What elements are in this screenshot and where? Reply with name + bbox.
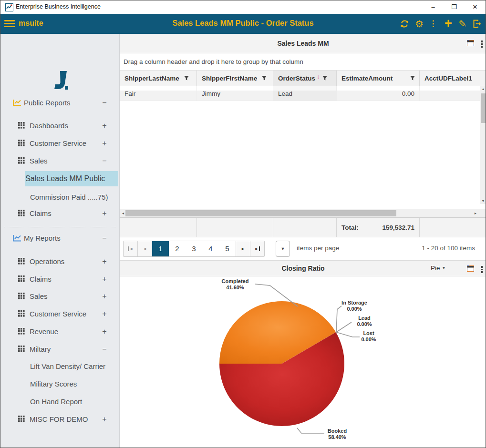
last-page-button[interactable]: ► (250, 241, 264, 256)
grid-icon (18, 210, 25, 216)
scroll-up-icon[interactable]: ▲ (480, 86, 486, 92)
maximize-button[interactable]: ❒ (444, 0, 465, 14)
grid-rows: WelchBrianLost0.00 ClercAlexLost0.00 She… (120, 86, 480, 209)
grid-icon (18, 140, 25, 146)
expand-toggle[interactable]: + (100, 206, 109, 221)
column-header-acctudflabel1[interactable]: AcctUDFLabel1 (420, 71, 486, 86)
grid-vertical-scrollbar[interactable]: ▲ ▼ (480, 86, 486, 204)
grid-icon (18, 275, 25, 282)
page-button-4[interactable]: 4 (202, 241, 219, 256)
chevron-down-icon: ▼ (442, 266, 446, 270)
app-header-bar: msuite Sales Leads MM Public - Order Sta… (0, 14, 486, 34)
sidebar-item-operations[interactable]: Operations + (0, 255, 120, 269)
more-options-kebab-icon[interactable]: ⋮ (427, 18, 439, 30)
page-button-3[interactable]: 3 (186, 241, 202, 256)
sidebar-item-lift-van-density-carrier[interactable]: Lift Van Density/ Carrier (0, 359, 120, 374)
logout-icon[interactable] (472, 18, 483, 30)
grid-icon (18, 293, 25, 299)
group-by-drop-zone[interactable]: Drag a column header and drop it here to… (120, 53, 486, 71)
add-icon[interactable]: + (443, 18, 454, 30)
grid-icon (18, 310, 25, 317)
filter-icon[interactable] (184, 75, 189, 81)
sidebar-item-claims-my[interactable]: Claims + (0, 272, 120, 286)
column-header-shipperlastname[interactable]: ShipperLastName (120, 71, 197, 86)
chart-panel-kebab-icon[interactable] (480, 265, 484, 274)
sidebar-item-my-reports[interactable]: My Reports − (0, 231, 120, 245)
grid-horizontal-scrollbar[interactable]: ◄ ► (120, 209, 486, 217)
filter-icon[interactable] (322, 75, 328, 81)
app-icon (5, 3, 13, 11)
filter-icon[interactable] (261, 75, 267, 81)
grid-panel-kebab-icon[interactable] (480, 40, 484, 49)
minimize-button[interactable]: – (423, 0, 444, 14)
settings-gear-icon[interactable]: ⚙ (414, 18, 425, 30)
sidebar-item-on-hand-report[interactable]: On Hand Report (0, 395, 120, 409)
refresh-icon[interactable] (399, 18, 410, 30)
sidebar-item-commission-paid[interactable]: Commission Paid .....75) (0, 190, 120, 204)
sidebar-item-customer-service-my[interactable]: Customer Service + (0, 307, 120, 321)
sidebar-item-military-scores[interactable]: Military Scores (0, 377, 120, 391)
expand-toggle[interactable]: + (100, 136, 109, 151)
expand-toggle[interactable]: + (100, 255, 109, 269)
popout-window-icon[interactable] (467, 40, 474, 46)
expand-toggle[interactable]: + (100, 272, 109, 286)
grid-icon (18, 122, 25, 129)
sidebar-item-claims[interactable]: Claims + (0, 206, 120, 221)
sidebar-item-miltary[interactable]: Miltary − (0, 342, 120, 356)
grid-icon (18, 346, 25, 352)
previous-page-button[interactable]: ◄ (138, 241, 152, 256)
chart-panel-header: Closing Ratio Pie▼ (120, 260, 486, 276)
sidebar-item-dashboards[interactable]: Dashboards + (0, 119, 120, 133)
grid-icon (18, 328, 25, 335)
total-label: Total: (341, 224, 359, 231)
expand-toggle[interactable]: + (100, 412, 109, 427)
scroll-right-icon[interactable]: ► (472, 209, 479, 217)
grid-icon (18, 258, 25, 265)
sidebar-item-customer-service[interactable]: Customer Service + (0, 136, 120, 151)
collapse-toggle[interactable]: − (100, 154, 109, 168)
pie-label-completed: Completed41.60% (222, 278, 249, 291)
page-button-5[interactable]: 5 (219, 241, 236, 256)
sidebar-item-revenue[interactable]: Revenue + (0, 325, 120, 339)
collapse-toggle[interactable]: − (100, 96, 109, 110)
grid-pager: ◄ ◄ 1 2 3 4 5 ► ► ▼ items per page 1 - 2… (120, 237, 486, 260)
grid-icon (18, 416, 25, 422)
sidebar-item-public-reports[interactable]: Public Reports − (0, 96, 120, 110)
sort-descending-icon: ↓ (317, 73, 320, 80)
expand-toggle[interactable]: + (100, 307, 109, 321)
first-page-button[interactable]: ◄ (124, 241, 138, 256)
sidebar-item-misc-for-demo[interactable]: MISC FOR DEMO + (0, 412, 120, 427)
items-per-page-dropdown[interactable]: ▼ (276, 241, 290, 257)
pager-range-label: 1 - 20 of 100 items (422, 244, 475, 252)
edit-pencil-icon[interactable]: ✎ (457, 18, 468, 30)
column-header-estimateamount[interactable]: EstimateAmount (337, 71, 420, 86)
reports-chart-icon (13, 99, 21, 106)
scroll-down-icon[interactable]: ▼ (480, 198, 486, 204)
pie-label-lead: Lead0.00% (357, 315, 372, 327)
column-header-orderstatus[interactable]: OrderStatus ↓ (273, 71, 337, 86)
next-page-button[interactable]: ► (236, 241, 250, 256)
expand-toggle[interactable]: + (100, 119, 109, 133)
grid-total-row: Total: 159,532.71 (120, 217, 486, 237)
pie-label-lost: Lost0.00% (361, 330, 376, 343)
hscroll-thumb[interactable] (125, 210, 396, 216)
page-button-2[interactable]: 2 (169, 241, 186, 256)
window-titlebar: Enterprise Business Intelligence – ❒ ✕ (0, 0, 486, 14)
grid-panel-title: Sales Leads MM (120, 40, 486, 47)
collapse-toggle[interactable]: − (100, 342, 109, 356)
page-button-1[interactable]: 1 (152, 241, 169, 256)
sidebar-item-sales-my[interactable]: Sales + (0, 289, 120, 304)
table-row-partial (120, 86, 480, 91)
chart-type-selector[interactable]: Pie▼ (431, 265, 445, 272)
expand-toggle[interactable]: + (100, 325, 109, 339)
popout-window-icon[interactable] (467, 265, 474, 272)
sidebar-item-sales-leads-mm-public[interactable]: Sales Leads MM Public (25, 171, 118, 186)
collapse-toggle[interactable]: − (100, 231, 109, 245)
vscroll-thumb[interactable] (481, 93, 486, 123)
pie-label-booked: Booked58.40% (328, 428, 347, 440)
close-button[interactable]: ✕ (465, 0, 486, 14)
sidebar-item-sales[interactable]: Sales − (0, 154, 120, 168)
expand-toggle[interactable]: + (100, 289, 109, 304)
column-header-shipperfirstname[interactable]: ShipperFirstName (197, 71, 273, 86)
filter-icon[interactable] (410, 75, 415, 81)
